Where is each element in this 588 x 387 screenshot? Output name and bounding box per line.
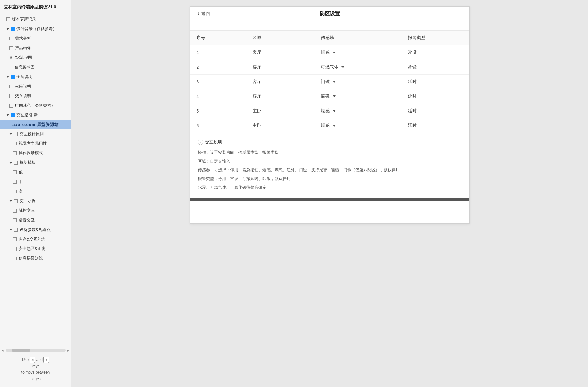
page-icon bbox=[14, 161, 18, 165]
page-icon bbox=[13, 180, 17, 184]
page-icon bbox=[14, 199, 18, 203]
sidebar-item-interaction-design[interactable]: 交互设计原则 bbox=[0, 129, 71, 139]
page-icon bbox=[9, 46, 13, 50]
scroll-left-arrow[interactable]: ◂ bbox=[1, 348, 4, 352]
col-sensor: 传感器 bbox=[315, 31, 402, 45]
col-index: 序号 bbox=[190, 31, 246, 45]
table-row: 5主卧烟感延时 bbox=[190, 104, 469, 118]
sidebar-item-product-persona[interactable]: 产品画像 bbox=[0, 43, 71, 53]
panel-bottom-bar bbox=[190, 198, 469, 201]
cell-sensor[interactable]: 烟感 bbox=[315, 118, 402, 133]
folder-icon bbox=[11, 75, 15, 79]
col-alarm: 报警类型 bbox=[402, 31, 469, 45]
sidebar-item-interaction-notes[interactable]: 交互说明 bbox=[0, 91, 71, 101]
cell-area: 主卧 bbox=[246, 118, 315, 133]
zone-table: 序号 区域 传感器 报警类型 1客厅烟感常设2客厅可燃气体常设3客厅门磁延时4客… bbox=[190, 30, 469, 133]
cell-index: 1 bbox=[190, 45, 246, 60]
cell-index: 2 bbox=[190, 60, 246, 75]
sidebar-item-design-bg[interactable]: 设计背景（仅供参考） bbox=[0, 24, 71, 34]
notes-line: 报警类型：停用、常设、可撤延时、即报，默认停用 bbox=[198, 175, 462, 183]
sidebar-item-op-feedback[interactable]: 操作反馈模式 bbox=[0, 148, 71, 158]
left-key-box: ◁ bbox=[30, 357, 35, 363]
persons-icon: ⚇ bbox=[9, 64, 13, 70]
persons-icon: ⚇ bbox=[9, 55, 13, 61]
sidebar-item-interaction-examples[interactable]: 交互示例 bbox=[0, 196, 71, 206]
watermark-bar: axure.com 原型资源站 bbox=[0, 120, 71, 129]
cell-sensor[interactable]: 门磁 bbox=[315, 75, 402, 89]
sidebar: 立林室内终端原型模板V1.0 版本更新记录 设计背景（仅供参考） 需求分析 产品… bbox=[0, 0, 71, 387]
table-header-row: 序号 区域 传感器 报警类型 bbox=[190, 31, 469, 45]
sidebar-item-info-level[interactable]: 信息层级短浅 bbox=[0, 254, 71, 263]
folder-icon bbox=[11, 27, 15, 31]
cell-sensor[interactable]: 烟感 bbox=[315, 104, 402, 118]
page-icon bbox=[13, 151, 17, 155]
sidebar-item-high[interactable]: 高 bbox=[0, 187, 71, 196]
sidebar-item-mid[interactable]: 中 bbox=[0, 177, 71, 187]
dropdown-arrow[interactable] bbox=[341, 66, 344, 68]
cell-alarm: 延时 bbox=[402, 75, 469, 89]
sidebar-item-requirements[interactable]: 需求分析 bbox=[0, 34, 71, 44]
table-row: 6主卧烟感延时 bbox=[190, 118, 469, 133]
notes-line: 水浸、可燃气体、一氧化碳待整合确定 bbox=[198, 183, 462, 191]
cell-sensor[interactable]: 烟感 bbox=[315, 45, 402, 60]
cell-index: 5 bbox=[190, 104, 246, 118]
cell-area: 主卧 bbox=[246, 104, 315, 118]
sidebar-item-voice-interact[interactable]: 语音交互 bbox=[0, 215, 71, 225]
sidebar-item-flow-chart[interactable]: ⚇ XX流程图 bbox=[0, 53, 71, 62]
panel-header: 返回 防区设置 bbox=[190, 7, 469, 21]
dropdown-arrow[interactable] bbox=[333, 110, 336, 112]
cell-index: 6 bbox=[190, 118, 246, 133]
cell-alarm: 延时 bbox=[402, 89, 469, 104]
page-icon bbox=[13, 170, 17, 174]
cell-index: 3 bbox=[190, 75, 246, 89]
sidebar-item-permissions[interactable]: 权限说明 bbox=[0, 82, 71, 91]
page-icon bbox=[9, 85, 13, 88]
sidebar-item-memory[interactable]: 内存&交互能力 bbox=[0, 235, 71, 244]
dropdown-arrow[interactable] bbox=[333, 81, 336, 83]
chevron-down-icon bbox=[6, 76, 9, 78]
cell-sensor[interactable]: 可燃气体 bbox=[315, 60, 402, 75]
sidebar-item-info-arch[interactable]: ⚇ 信息架构图 bbox=[0, 62, 71, 72]
notes-line: 传感器：可选择：停用、紧急按钮、烟感、煤气、红外、门磁、挟持报警、窗磁、门铃（仅… bbox=[198, 166, 462, 174]
cell-alarm: 常设 bbox=[402, 45, 469, 60]
page-icon bbox=[9, 94, 13, 98]
dropdown-arrow[interactable] bbox=[333, 52, 336, 53]
table-row: 2客厅可燃气体常设 bbox=[190, 60, 469, 75]
sidebar-scroll-bar: ◂ ▸ bbox=[0, 348, 71, 353]
sidebar-hint: Use ◁ and ▷ keys to move between pages bbox=[0, 353, 71, 387]
page-icon bbox=[13, 218, 17, 222]
chevron-down-icon bbox=[9, 133, 12, 135]
chevron-left-icon bbox=[197, 12, 200, 15]
cell-sensor[interactable]: 窗磁 bbox=[315, 89, 402, 104]
chevron-down-icon bbox=[9, 200, 12, 202]
page-icon bbox=[13, 142, 17, 145]
dropdown-arrow[interactable] bbox=[333, 125, 336, 127]
sidebar-item-low[interactable]: 低 bbox=[0, 168, 71, 177]
notes-content: 操作：设置安装房间、传感器类型、报警类型区域：自定义输入传感器：可选择：停用、紧… bbox=[198, 149, 462, 191]
sidebar-item-framework-template[interactable]: 框架模板 bbox=[0, 158, 71, 168]
cell-alarm: 常设 bbox=[402, 60, 469, 75]
panel-title: 防区设置 bbox=[320, 11, 340, 17]
sidebar-scroll-track bbox=[6, 349, 66, 352]
content-panel: 返回 防区设置 序号 区域 传感器 报警类型 1客厅烟感常设2客厅可燃气体常设3… bbox=[190, 6, 470, 224]
sidebar-item-touch-interact[interactable]: 触控交互 bbox=[0, 206, 71, 215]
sidebar-item-device-params[interactable]: 设备参数&规避点 bbox=[0, 225, 71, 235]
question-icon: ? bbox=[198, 140, 203, 145]
sidebar-item-safety-zone[interactable]: 安全热区&距离 bbox=[0, 244, 71, 254]
cell-area: 客厅 bbox=[246, 89, 315, 104]
dropdown-arrow[interactable] bbox=[333, 95, 336, 97]
page-icon bbox=[14, 132, 18, 136]
notes-section: ? 交互说明 操作：设置安装房间、传感器类型、报警类型区域：自定义输入传感器：可… bbox=[190, 133, 469, 198]
page-icon bbox=[14, 228, 18, 232]
table-row: 1客厅烟感常设 bbox=[190, 45, 469, 60]
sidebar-item-global-notes[interactable]: 全局说明 bbox=[0, 72, 71, 82]
cell-area: 客厅 bbox=[246, 75, 315, 89]
sidebar-item-time-rules[interactable]: 时间规范（案例参考） bbox=[0, 101, 71, 110]
sidebar-item-version[interactable]: 版本更新记录 bbox=[0, 15, 71, 24]
sidebar-item-interaction-guide[interactable]: 交互指引 新 bbox=[0, 110, 71, 120]
sidebar-item-visual-direction[interactable]: 视觉方向易用性 bbox=[0, 139, 71, 149]
page-icon bbox=[9, 104, 13, 108]
scroll-right-arrow[interactable]: ▸ bbox=[67, 348, 70, 352]
back-button[interactable]: 返回 bbox=[198, 11, 210, 16]
page-icon bbox=[13, 247, 17, 251]
